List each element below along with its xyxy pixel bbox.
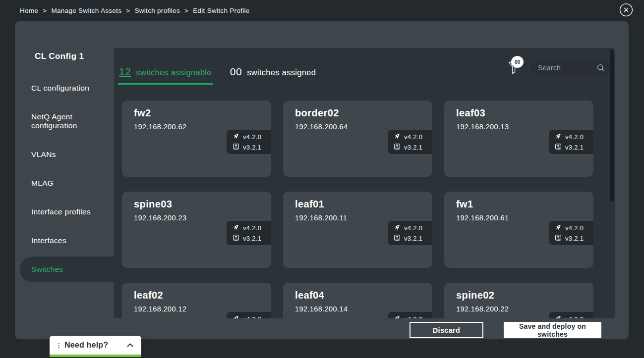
agent-version-text: v3.2.1	[565, 144, 584, 151]
agent-upload-icon	[233, 143, 239, 152]
switch-card-grid: fw2 192.168.200.62 v4.2.0	[122, 101, 593, 318]
switch-card[interactable]: leaf02 192.168.200.12 v4.2.0	[122, 283, 271, 318]
switch-name: leaf04	[295, 290, 324, 301]
breadcrumb-link[interactable]: Manage Switch Assets	[51, 7, 121, 14]
rocket-icon	[394, 315, 401, 319]
rocket-icon	[555, 224, 562, 232]
cl-version-text: v4.2.0	[565, 224, 584, 232]
switch-ip: 192.168.200.11	[295, 214, 347, 222]
switch-name: fw2	[134, 107, 151, 119]
switches-tab[interactable]: 12 switches assignable	[118, 66, 213, 85]
agent-upload-icon	[555, 143, 562, 152]
sidebar-item-label: MLAG	[31, 179, 54, 187]
rocket-icon	[233, 133, 239, 141]
switch-card[interactable]: leaf04 192.168.200.14 v4.2.0	[283, 283, 432, 318]
cl-version-text: v4.2.0	[565, 133, 584, 141]
sidebar-item[interactable]: VLANs	[15, 150, 114, 159]
close-button[interactable]	[619, 4, 633, 18]
breadcrumb-link[interactable]: Switch profiles	[134, 7, 180, 14]
sidebar-item[interactable]: Interface profiles	[15, 207, 114, 216]
cl-version-row: v4.2.0	[555, 133, 593, 141]
need-help-button[interactable]: ⋮ Need help?	[50, 336, 141, 357]
switch-card[interactable]: spine03 192.168.200.23 v4.2.0	[122, 192, 271, 268]
sidebar-item-label: Switches	[31, 265, 63, 273]
cl-version-row: v4.2.0	[394, 224, 432, 232]
agent-version-row: v3.2.1	[394, 234, 432, 243]
switch-ip: 192.168.200.12	[134, 305, 186, 313]
agent-version-row: v3.2.1	[394, 143, 432, 152]
sidebar-item-label: Interfaces	[31, 236, 66, 245]
need-help-label: Need help?	[64, 341, 108, 350]
switch-name: spine02	[456, 290, 494, 301]
agent-version-row: v3.2.1	[233, 143, 271, 152]
agent-version-text: v3.2.1	[243, 235, 261, 242]
version-badge: v4.2.0 v3.2.1	[549, 221, 593, 245]
discard-button[interactable]: Discard	[410, 322, 483, 338]
filter-count-badge: 00	[511, 56, 524, 68]
breadcrumb-separator: >	[184, 7, 188, 14]
agent-upload-icon	[555, 234, 562, 243]
cl-version-text: v4.2.0	[243, 224, 261, 232]
switch-name: spine03	[134, 199, 172, 210]
agent-upload-icon	[394, 234, 401, 243]
save-and-deploy-button[interactable]: Save and deploy on switches	[504, 322, 601, 338]
tab-count: 00	[230, 66, 242, 78]
breadcrumb-link[interactable]: Home	[20, 7, 38, 14]
switch-name: fw1	[456, 199, 473, 210]
switch-card[interactable]: fw1 192.168.200.61 v4.2.0	[444, 192, 593, 268]
switch-card[interactable]: leaf01 192.168.200.11 v4.2.0	[283, 192, 432, 268]
tab-label: switches assignable	[136, 68, 211, 77]
breadcrumb-item: Switch profiles >	[134, 7, 188, 14]
sidebar-item-label: Interface profiles	[31, 207, 91, 216]
agent-version-row: v3.2.1	[233, 234, 271, 243]
cl-version-text: v4.2.0	[243, 315, 261, 319]
cl-version-row: v4.2.0	[233, 315, 271, 319]
rocket-icon	[233, 224, 239, 232]
switch-name: leaf02	[134, 290, 163, 301]
edit-switch-profile-modal: CL Config 1 * Mandatory Fields CL config…	[15, 21, 629, 339]
chevron-up-icon	[127, 343, 133, 347]
top-bar: Home > Manage Switch Assets > Switch pro…	[0, 0, 644, 21]
sidebar-item-label: NetQ Agent configuration	[31, 112, 77, 130]
agent-version-text: v3.2.1	[565, 235, 584, 242]
version-badge: v4.2.0 v3.2.1	[227, 130, 271, 154]
switch-ip: 192.168.200.61	[456, 214, 509, 222]
version-badge: v4.2.0 v3.2.1	[388, 312, 432, 318]
version-badge: v4.2.0 v3.2.1	[388, 221, 432, 245]
agent-version-row: v3.2.1	[555, 143, 593, 152]
sidebar-item[interactable]: CL configuration	[15, 84, 114, 93]
sidebar-nav: CL configuration NetQ Agent configuratio…	[15, 48, 114, 294]
switches-tab[interactable]: 00 switches assigned	[229, 66, 317, 85]
drag-dots-icon: ⋮	[56, 342, 62, 349]
close-icon	[619, 3, 633, 18]
rocket-icon	[394, 133, 401, 141]
switch-card[interactable]: spine02 192.168.200.22 v4.2.0	[444, 283, 593, 318]
breadcrumb-link[interactable]: Edit Switch Profile	[193, 7, 250, 14]
version-badge: v4.2.0 v3.2.1	[549, 130, 593, 154]
rocket-icon	[555, 315, 562, 319]
breadcrumb-separator: >	[126, 7, 130, 14]
version-badge: v4.2.0 v3.2.1	[388, 130, 432, 154]
switch-name: leaf01	[295, 199, 324, 210]
breadcrumb-item: Home >	[20, 7, 47, 14]
switch-card[interactable]: leaf03 192.168.200.13 v4.2.0	[444, 101, 593, 177]
scrollbar-thumb[interactable]	[610, 50, 614, 202]
switch-name: border02	[295, 107, 339, 119]
switch-card[interactable]: fw2 192.168.200.62 v4.2.0	[122, 101, 271, 177]
breadcrumb-separator: >	[43, 7, 47, 14]
breadcrumb-item: Manage Switch Assets >	[51, 7, 130, 14]
cl-version-row: v4.2.0	[233, 133, 271, 141]
vertical-scrollbar	[610, 50, 614, 317]
sidebar-item[interactable]: Switches	[20, 256, 114, 282]
cl-version-row: v4.2.0	[394, 315, 432, 319]
switch-ip: 192.168.200.14	[295, 305, 348, 313]
search-icon	[597, 64, 605, 74]
sidebar-item[interactable]: NetQ Agent configuration	[15, 112, 114, 130]
switch-ip: 192.168.200.62	[134, 123, 186, 131]
sidebar-item[interactable]: Interfaces	[15, 236, 114, 245]
switch-ip: 192.168.200.13	[456, 123, 509, 131]
sidebar-item[interactable]: MLAG	[15, 179, 114, 188]
cl-version-row: v4.2.0	[555, 315, 593, 319]
switch-card[interactable]: border02 192.168.200.64 v4.2.0	[283, 101, 432, 177]
cl-version-text: v4.2.0	[404, 224, 422, 232]
